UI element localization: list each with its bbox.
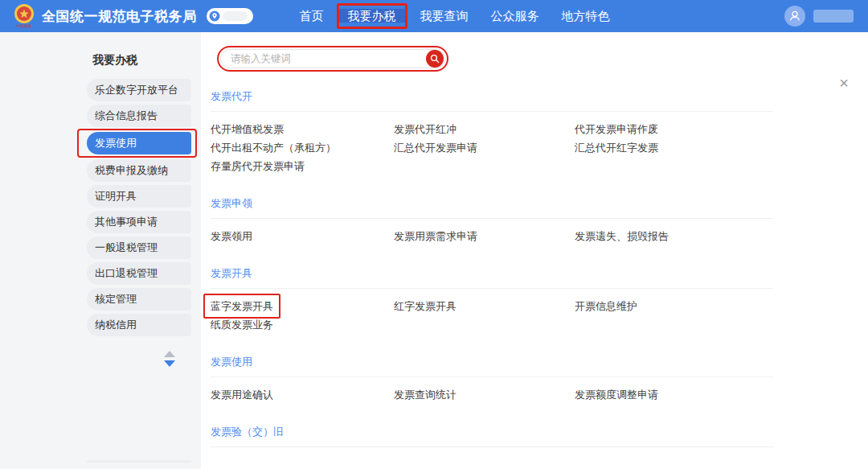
annotation-box-sidebar: 发票使用 bbox=[77, 129, 197, 158]
annotation-box-nav: 我要办税 bbox=[337, 3, 407, 29]
sidebar-item-assessment-mgmt[interactable]: 核定管理 bbox=[87, 288, 191, 311]
section-title: 发票开具 bbox=[211, 266, 773, 281]
emblem-caption: 中国税务 bbox=[16, 24, 32, 28]
menu-item[interactable]: 开票信息维护 bbox=[575, 297, 773, 315]
search-icon bbox=[430, 54, 440, 64]
user-name-redacted[interactable] bbox=[813, 10, 854, 23]
section-title: 发票使用 bbox=[211, 355, 773, 369]
menu-item[interactable]: 汇总代开红字发票 bbox=[575, 138, 773, 157]
section-invoice-shenling: 发票申领 发票领用 发票用票需求申请 发票遗失、损毁报告 bbox=[211, 196, 773, 245]
divider bbox=[211, 218, 773, 219]
location-pin-icon bbox=[209, 10, 220, 22]
user-area bbox=[784, 6, 857, 27]
sidebar: 我要办税 乐企数字开放平台 综合信息报告 发票使用 税费申报及缴纳 证明开具 其… bbox=[0, 32, 201, 469]
section-invoice-kaiju: 发票开具 蓝字发票开具 红字发票开具 开票信息维护 纸质发票业务 bbox=[211, 266, 773, 334]
tax-emblem-icon bbox=[14, 3, 35, 24]
sidebar-item-leqi-platform[interactable]: 乐企数字开放平台 bbox=[87, 79, 191, 101]
menu-item-blue-invoice[interactable]: 蓝字发票开具 bbox=[211, 297, 394, 315]
sidebar-header: 我要办税 bbox=[92, 53, 201, 68]
menu-item[interactable]: 发票查询统计 bbox=[394, 385, 575, 404]
section-items: 发票领用 发票用票需求申请 发票遗失、损毁报告 bbox=[211, 227, 773, 245]
section-invoice-yanjiao: 发票验（交）旧 bbox=[211, 425, 773, 447]
section-title: 发票代开 bbox=[211, 89, 773, 104]
section-items: 蓝字发票开具 红字发票开具 开票信息维护 纸质发票业务 bbox=[211, 297, 773, 334]
section-invoice-shiyong: 发票使用 发票用途确认 发票查询统计 发票额度调整申请 bbox=[211, 355, 773, 404]
close-icon[interactable]: × bbox=[839, 75, 849, 91]
section-items: 代开增值税发票 发票代开红冲 代开发票申请作废 代开出租不动产（承租方） 汇总代… bbox=[211, 120, 773, 175]
menu-item[interactable]: 汇总代开发票申请 bbox=[394, 138, 575, 157]
sidebar-item-export-refund[interactable]: 出口退税管理 bbox=[87, 262, 191, 285]
search-input[interactable] bbox=[221, 53, 426, 64]
menu-sections: 发票代开 代开增值税发票 发票代开红冲 代开发票申请作废 代开出租不动产（承租方… bbox=[211, 89, 773, 447]
avatar[interactable] bbox=[784, 6, 805, 27]
divider bbox=[211, 288, 773, 289]
menu-item[interactable]: 红字发票开具 bbox=[394, 297, 575, 315]
menu-item[interactable]: 代开增值税发票 bbox=[211, 120, 394, 138]
nav-item-query[interactable]: 我要查询 bbox=[409, 0, 480, 32]
sidebar-item-general-refund[interactable]: 一般退税管理 bbox=[87, 237, 191, 259]
sidebar-item-info-report[interactable]: 综合信息报告 bbox=[87, 105, 191, 127]
sidebar-item-tax-credit[interactable]: 纳税信用 bbox=[87, 314, 191, 336]
search-bar bbox=[220, 49, 445, 68]
page-body: 我要办税 乐企数字开放平台 综合信息报告 发票使用 税费申报及缴纳 证明开具 其… bbox=[0, 32, 868, 469]
brand: 中国税务 全国统一规范电子税务局 bbox=[13, 2, 197, 31]
location-selector[interactable] bbox=[207, 8, 253, 24]
sidebar-item-tax-declare-pay[interactable]: 税费申报及缴纳 bbox=[87, 159, 191, 182]
menu-item[interactable]: 发票领用 bbox=[211, 227, 394, 245]
divider bbox=[211, 376, 773, 377]
sidebar-item-invoice-use[interactable]: 发票使用 bbox=[87, 132, 191, 154]
nav-item-home[interactable]: 首页 bbox=[289, 0, 335, 32]
divider bbox=[211, 111, 773, 112]
section-title: 发票验（交）旧 bbox=[211, 425, 773, 439]
sidebar-item-certificate-issue[interactable]: 证明开具 bbox=[87, 185, 191, 208]
menu-item[interactable]: 发票遗失、损毁报告 bbox=[575, 227, 773, 245]
menu-item[interactable]: 发票用途确认 bbox=[211, 385, 394, 404]
menu-item[interactable]: 代开出租不动产（承租方） bbox=[211, 138, 394, 157]
sidebar-scroll-arrows bbox=[137, 351, 201, 367]
section-items: 发票用途确认 发票查询统计 发票额度调整申请 bbox=[211, 385, 773, 404]
sidebar-item-partial bbox=[87, 460, 191, 463]
menu-item[interactable]: 存量房代开发票申请 bbox=[211, 157, 394, 175]
divider bbox=[211, 446, 773, 447]
section-title: 发票申领 bbox=[211, 196, 773, 211]
tax-emblem-logo: 中国税务 bbox=[13, 3, 35, 31]
nav-item-public-service[interactable]: 公众服务 bbox=[480, 0, 551, 32]
app-title: 全国统一规范电子税务局 bbox=[42, 7, 197, 26]
search-button[interactable] bbox=[426, 50, 444, 68]
user-icon bbox=[788, 10, 801, 23]
menu-panel: × 发票代开 代开增值税发票 发票代开红冲 代开发票申请作废 bbox=[201, 32, 868, 469]
menu-item[interactable]: 发票额度调整申请 bbox=[575, 385, 773, 404]
menu-item[interactable]: 发票代开红冲 bbox=[394, 120, 575, 138]
sidebar-item-other-matters[interactable]: 其他事项申请 bbox=[87, 211, 191, 233]
nav-item-local-features[interactable]: 地方特色 bbox=[551, 0, 621, 32]
menu-item[interactable]: 代开发票申请作废 bbox=[575, 120, 773, 138]
location-value-redacted bbox=[223, 11, 248, 21]
menu-item[interactable]: 纸质发票业务 bbox=[211, 315, 394, 334]
nav-item-taxes[interactable]: 我要办税 bbox=[339, 9, 405, 23]
section-invoice-daikai: 发票代开 代开增值税发票 发票代开红冲 代开发票申请作废 代开出租不动产（承租方… bbox=[211, 89, 773, 175]
top-nav: 首页 我要办税 我要查询 公众服务 地方特色 bbox=[289, 0, 621, 32]
menu-item[interactable]: 发票用票需求申请 bbox=[394, 227, 575, 245]
scroll-down-icon[interactable] bbox=[164, 360, 175, 367]
topbar: 中国税务 全国统一规范电子税务局 首页 我要办税 我要查询 公众服务 地方特色 bbox=[0, 0, 868, 32]
scroll-up-icon[interactable] bbox=[164, 351, 175, 357]
annotation-box-search bbox=[217, 46, 448, 72]
